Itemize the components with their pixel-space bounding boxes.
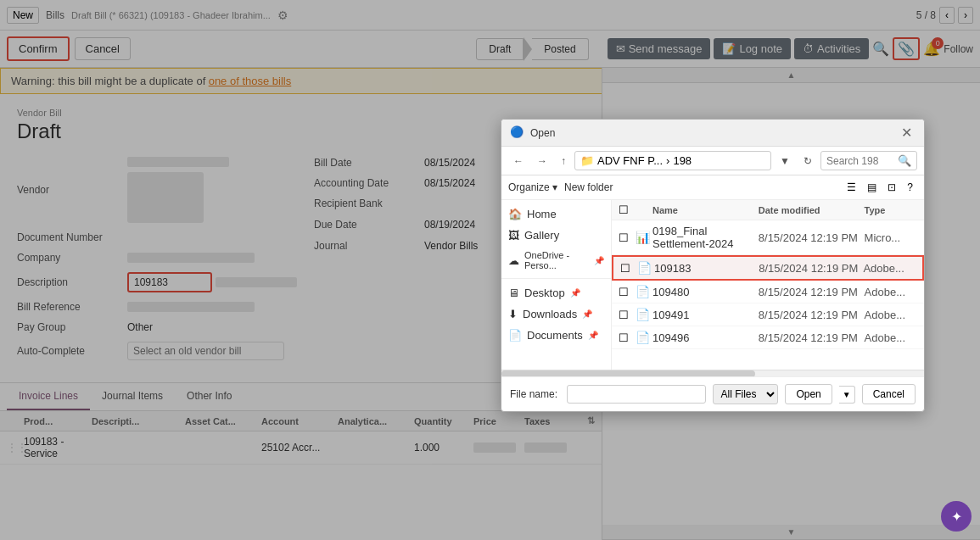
new-folder-button[interactable]: New folder (564, 181, 613, 193)
file-date-0198: 8/15/2024 12:19 PM (759, 231, 865, 244)
file-name-109491: 109491 (652, 309, 759, 321)
files-header: ☐ Name Date modified Type (612, 200, 924, 220)
checkbox-0198[interactable]: ☐ (619, 231, 636, 244)
gallery-icon: 🖼 (508, 229, 519, 242)
dialog-back-button[interactable]: ← (508, 152, 529, 170)
file-date-109183: 8/15/2024 12:19 PM (759, 262, 863, 275)
dialog-sidebar: 🏠 Home 🖼 Gallery ☁ OneDrive - Perso... 📌… (501, 200, 612, 370)
file-row-109480[interactable]: ☐ 📄 109480 8/15/2024 12:19 PM Adobe... (612, 281, 924, 303)
file-type-109480: Adobe... (865, 286, 917, 298)
dialog-forward-button[interactable]: → (532, 152, 552, 170)
dialog-title-text: Open (530, 127, 898, 139)
file-type-109496: Adobe... (865, 331, 917, 344)
dialog-body: 🏠 Home 🖼 Gallery ☁ OneDrive - Perso... 📌… (501, 200, 924, 370)
pin-icon: 📌 (594, 256, 604, 265)
dialog-app-icon: 🔵 (510, 125, 525, 141)
dialog-files-area: ☐ Name Date modified Type ☐ 📊 0198_Final… (612, 200, 924, 370)
file-type-109491: Adobe... (865, 309, 917, 321)
dialog-up-button[interactable]: ↑ (556, 152, 571, 170)
th-type: Type (865, 205, 917, 215)
dialog-path-dropdown[interactable]: ▼ (775, 152, 795, 170)
checkbox-109496[interactable]: ☐ (619, 331, 636, 344)
checkbox-header: ☐ (619, 203, 636, 216)
path-folder-icon: 📁 (580, 154, 594, 167)
dialog-scrollbar[interactable] (501, 370, 924, 376)
file-name-109480: 109480 (652, 286, 759, 298)
file-type-109183: Adobe... (863, 262, 916, 275)
dialog-open-arrow-button[interactable]: ▼ (839, 386, 855, 404)
pdf-icon-109491: 📄 (636, 308, 652, 321)
file-date-109496: 8/15/2024 12:19 PM (759, 331, 865, 344)
dialog-search-icon[interactable]: 🔍 (898, 154, 911, 167)
checkbox-109480[interactable]: ☐ (619, 286, 636, 298)
file-name-109496: 109496 (652, 331, 759, 344)
checkbox-109183[interactable]: ☐ (620, 262, 637, 275)
dialog-path[interactable]: 📁 ADV FNF P... › 198 (574, 151, 771, 170)
dialog-title-bar: 🔵 Open ✕ (501, 120, 924, 147)
dialog-footer: File name: All Files Open ▼ Cancel (501, 376, 924, 411)
preview-view-button[interactable]: ⊡ (883, 179, 900, 196)
sidebar-home[interactable]: 🏠 Home (501, 203, 611, 225)
cloud-icon: ☁ (508, 254, 519, 267)
dialog-close-button[interactable]: ✕ (898, 125, 916, 141)
sidebar-onedrive[interactable]: ☁ OneDrive - Perso... 📌 (501, 246, 611, 275)
desktop-pin-icon: 📌 (570, 288, 580, 298)
th-date: Date modified (759, 205, 865, 215)
sidebar-gallery[interactable]: 🖼 Gallery (501, 225, 611, 246)
downloads-pin-icon: 📌 (582, 309, 592, 319)
path-part2: 198 (673, 154, 692, 167)
file-row-109491[interactable]: ☐ 📄 109491 8/15/2024 12:19 PM Adobe... (612, 303, 924, 326)
dialog-action-bar: Organize ▾ New folder ☰ ▤ ⊡ ? (501, 175, 924, 200)
list-view-button[interactable]: ☰ (843, 179, 860, 196)
documents-pin-icon: 📌 (588, 331, 598, 340)
file-name-label: File name: (510, 388, 560, 400)
help-button[interactable]: ? (903, 179, 917, 196)
home-icon: 🏠 (508, 208, 522, 220)
file-type-select[interactable]: All Files (713, 384, 778, 404)
desktop-icon: 🖥 (508, 287, 519, 299)
file-row-109183[interactable]: ☐ 📄 109183 8/15/2024 12:19 PM Adobe... (612, 255, 924, 281)
file-date-109480: 8/15/2024 12:19 PM (759, 286, 865, 298)
sidebar-downloads[interactable]: ⬇ Downloads 📌 (501, 303, 611, 325)
checkbox-109491[interactable]: ☐ (619, 309, 636, 321)
pdf-icon-109183: 📄 (637, 261, 654, 275)
file-dialog: 🔵 Open ✕ ← → ↑ 📁 ADV FNF P... › 198 ▼ ↻ … (501, 119, 925, 412)
file-name-109183: 109183 (654, 262, 759, 275)
sidebar-documents[interactable]: 📄 Documents 📌 (501, 325, 611, 346)
pdf-icon-109480: 📄 (636, 285, 652, 298)
excel-icon: 📊 (636, 231, 652, 244)
path-separator: › (666, 154, 669, 167)
dialog-refresh-button[interactable]: ↻ (798, 152, 817, 170)
dialog-cancel-button[interactable]: Cancel (862, 384, 916, 404)
details-view-button[interactable]: ▤ (863, 179, 881, 196)
file-name-input[interactable] (567, 385, 706, 404)
path-part1: ADV FNF P... (597, 154, 663, 167)
view-buttons: ☰ ▤ ⊡ ? (843, 179, 917, 196)
ai-avatar[interactable]: ✦ (941, 501, 972, 532)
file-name-0198: 0198_Final Settlement-2024 (652, 225, 759, 250)
dialog-toolbar: ← → ↑ 📁 ADV FNF P... › 198 ▼ ↻ 🔍 (501, 147, 924, 175)
dialog-open-button[interactable]: Open (785, 384, 832, 404)
file-row-109496[interactable]: ☐ 📄 109496 8/15/2024 12:19 PM Adobe... (612, 326, 924, 349)
file-type-0198: Micro... (865, 231, 917, 244)
dialog-search-box: 🔍 (820, 151, 917, 170)
file-row-0198[interactable]: ☐ 📊 0198_Final Settlement-2024 8/15/2024… (612, 220, 924, 255)
file-date-109491: 8/15/2024 12:19 PM (759, 309, 865, 321)
pdf-icon-109496: 📄 (636, 331, 652, 344)
documents-icon: 📄 (508, 329, 522, 342)
organize-button[interactable]: Organize ▾ (508, 181, 557, 193)
dialog-search-input[interactable] (826, 155, 894, 167)
sidebar-desktop[interactable]: 🖥 Desktop 📌 (501, 282, 611, 303)
th-name: Name (652, 205, 759, 215)
downloads-icon: ⬇ (508, 308, 518, 320)
